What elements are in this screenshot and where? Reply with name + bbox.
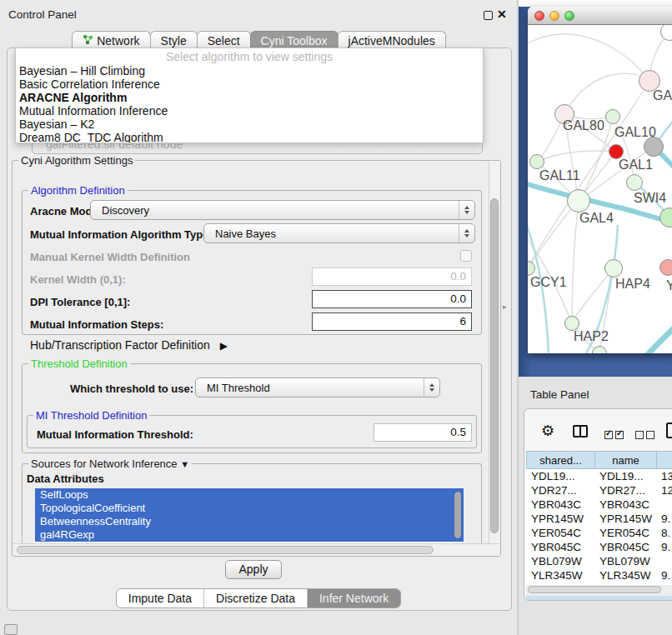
mi-type-select[interactable]: Naive Bayes xyxy=(203,223,475,243)
tab-select[interactable]: Select xyxy=(197,31,251,48)
algorithm-option[interactable]: Bayesian – K2 xyxy=(16,118,483,131)
column-header[interactable]: shared... xyxy=(527,452,595,469)
algorithm-option[interactable]: Mutual Information Inference xyxy=(16,104,483,118)
table-cell: 9. xyxy=(656,540,672,554)
table-hscrollbar-thumb[interactable] xyxy=(528,586,661,593)
gear-icon[interactable]: ⚙ xyxy=(541,422,554,440)
columns-icon[interactable] xyxy=(573,425,588,438)
right-zone: GALGAL80GAL10GAL1GAL11GAL4SWI4GCY1HAP4YH… xyxy=(517,0,672,635)
tab-style[interactable]: Style xyxy=(150,31,198,48)
network-node-y[interactable] xyxy=(659,259,672,276)
mi-type-value: Naive Bayes xyxy=(204,228,459,240)
table-cell: YLR345W xyxy=(526,568,594,582)
close-icon[interactable]: ✕ xyxy=(497,8,507,21)
tab-label: Style xyxy=(161,34,187,48)
mi-threshold-group-title: MI Threshold Definition xyxy=(33,409,149,422)
mi-threshold-field[interactable]: 0.5 xyxy=(374,423,472,442)
kernel-width-field[interactable]: 0.0 xyxy=(312,268,472,286)
network-icon xyxy=(83,34,93,48)
network-node-gal4[interactable] xyxy=(567,189,590,212)
table-header-row[interactable]: shared...nameA xyxy=(527,452,672,469)
control-panel-tabbar: NetworkStyleSelectCyni ToolboxjActiveMNo… xyxy=(0,31,517,48)
window-close-icon[interactable] xyxy=(534,11,544,21)
network-node-hap4[interactable] xyxy=(604,259,623,278)
table-cell xyxy=(656,554,672,568)
tab-cyni-toolbox[interactable]: Cyni Toolbox xyxy=(250,31,339,48)
bottom-tab-discretize-data[interactable]: Discretize Data xyxy=(204,589,308,608)
table-cell: YPR145W xyxy=(594,512,656,526)
network-node-gal11[interactable] xyxy=(529,154,544,169)
tab-jactivemnodules[interactable]: jActiveMNodules xyxy=(338,31,446,48)
table-row[interactable]: YPR145WYPR145W9. xyxy=(526,512,672,526)
column-header[interactable]: A xyxy=(657,452,672,469)
hub-definition-toggle[interactable]: Hub/Transcription Factor Definition ▶ xyxy=(30,338,228,352)
table-cell: 13 xyxy=(656,469,672,483)
new-table-icon[interactable] xyxy=(666,422,672,438)
aracne-mode-select[interactable]: Discovery xyxy=(90,200,475,220)
table-row[interactable]: YDR27...YDR27...12 xyxy=(526,483,672,498)
table-cell: YBR045C xyxy=(526,540,594,554)
network-node[interactable] xyxy=(644,137,664,157)
network-window-titlebar[interactable] xyxy=(528,7,672,25)
data-attribute-item[interactable]: SelfLoops xyxy=(35,488,464,502)
table-row[interactable]: YER054CYER054C8. xyxy=(526,526,672,540)
algorithm-option[interactable]: Basic Correlation Inference xyxy=(16,78,483,91)
network-canvas[interactable]: GALGAL80GAL10GAL1GAL11GAL4SWI4GCY1HAP4YH… xyxy=(528,25,672,353)
table-cell: YBL079W xyxy=(594,554,656,568)
hub-definition-label: Hub/Transcription Factor Definition xyxy=(30,338,210,352)
window-zoom-icon[interactable] xyxy=(564,11,574,21)
node-label: SWI4 xyxy=(634,191,666,206)
manual-kernel-checkbox[interactable] xyxy=(460,250,472,262)
attribute-list-scrollbar[interactable] xyxy=(454,492,461,538)
data-attribute-item[interactable]: TopologicalCoefficient xyxy=(35,502,464,515)
threshold-definition-title: Threshold Definition xyxy=(28,358,130,370)
mi-threshold-label: Mutual Information Threshold: xyxy=(37,428,193,441)
deselect-all-checkboxes-icon[interactable] xyxy=(635,428,657,442)
tab-label: Select xyxy=(208,34,240,48)
table-cell: 12 xyxy=(656,483,672,498)
sources-group-title[interactable]: Sources for Network Inference ▼ xyxy=(28,458,192,470)
table-cell: 9. xyxy=(656,568,672,582)
settings-vscrollbar-thumb[interactable] xyxy=(490,198,499,533)
table-row[interactable]: YDL19...YDL19...13 xyxy=(526,469,672,483)
which-threshold-value: MI Threshold xyxy=(196,382,424,394)
mi-type-label: Mutual Information Algorithm Type: xyxy=(30,228,213,241)
algorithm-option[interactable]: Bayesian – Hill Climbing xyxy=(16,64,483,78)
column-header[interactable]: name xyxy=(595,452,657,469)
table-row[interactable]: YBL079WYBL079W xyxy=(526,554,672,568)
select-all-checkboxes-icon[interactable] xyxy=(604,428,626,442)
table-row[interactable]: YBR045CYBR045C9. xyxy=(526,540,672,554)
node-label: GAL4 xyxy=(579,211,614,226)
bottom-tab-impute-data[interactable]: Impute Data xyxy=(117,589,204,608)
cytopanel-mini-button[interactable] xyxy=(4,624,18,635)
tab-network[interactable]: Network xyxy=(72,31,150,48)
table-cell: YBR043C xyxy=(594,498,656,512)
table-cell: YDR27... xyxy=(594,483,656,498)
data-attribute-item[interactable]: gal4RGexp xyxy=(35,528,464,542)
algorithm-option[interactable]: ARACNE Algorithm xyxy=(16,91,483,104)
algorithm-option[interactable]: Dream8 DC_TDC Algorithm xyxy=(16,131,483,143)
network-node-gal10[interactable] xyxy=(605,109,620,124)
which-threshold-select[interactable]: MI Threshold xyxy=(195,378,440,398)
window-minimize-icon[interactable] xyxy=(549,11,559,21)
table-row[interactable]: YBR043CYBR043C xyxy=(526,498,672,512)
data-attributes-list[interactable]: SelfLoopsTopologicalCoefficientBetweenne… xyxy=(35,488,464,543)
panel-collapse-arrow-icon[interactable]: ▸ xyxy=(503,302,507,311)
collapse-down-icon: ▼ xyxy=(180,459,189,469)
node-label: GAL1 xyxy=(619,158,653,172)
data-attribute-item[interactable]: BetweennessCentrality xyxy=(35,515,464,528)
network-node-gal1[interactable] xyxy=(626,174,643,191)
table-row[interactable]: YLR345WYLR345W9. xyxy=(526,568,672,582)
table-cell: YBR043C xyxy=(526,498,594,512)
manual-kernel-label: Manual Kernel Width Definition xyxy=(30,251,190,263)
network-window: GALGAL80GAL10GAL1GAL11GAL4SWI4GCY1HAP4YH… xyxy=(528,7,672,353)
data-attributes-label: Data Attributes xyxy=(27,472,104,485)
float-window-icon[interactable] xyxy=(484,11,493,20)
dpi-tolerance-field[interactable]: 0.0 xyxy=(312,290,472,308)
settings-hscrollbar-thumb[interactable] xyxy=(17,546,434,554)
apply-button[interactable]: Apply xyxy=(225,560,282,579)
table-cell: YER054C xyxy=(526,526,594,540)
table-panel-title: Table Panel xyxy=(530,388,589,401)
bottom-tab-infer-network[interactable]: Infer Network xyxy=(308,589,400,608)
mi-steps-field[interactable]: 6 xyxy=(312,312,472,331)
